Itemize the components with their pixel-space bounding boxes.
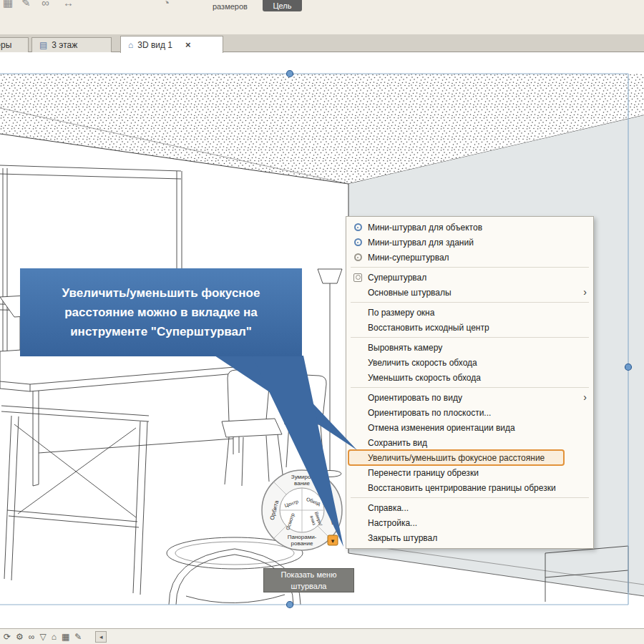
- grid-icon[interactable]: ▦: [3, 0, 13, 9]
- tab-floor-3[interactable]: ▤ 3 этаж: [31, 37, 112, 52]
- menu-item-move-crop-boundary[interactable]: Перенести границу обрезки: [346, 465, 593, 480]
- refresh-icon[interactable]: ◔: [163, 0, 170, 9]
- mini-super-wheel-icon: [351, 253, 365, 261]
- wheel-pan-label[interactable]: Панорами-: [288, 534, 317, 540]
- menu-item-orient-to-plane[interactable]: Ориентировать по плоскости...: [346, 405, 593, 420]
- menu-item-label: Отмена изменения ориентации вида: [368, 423, 515, 433]
- menu-item-options[interactable]: Настройка...: [346, 515, 593, 530]
- menu-item-undo-orientation-change[interactable]: Отмена изменения ориентации вида: [346, 420, 593, 435]
- settings-icon[interactable]: ⚙: [16, 633, 24, 641]
- wheel-zoom-label[interactable]: Зумиро-: [291, 474, 313, 480]
- menu-item-recenter-crop-boundary[interactable]: Восстановить центрирование границы обрез…: [346, 480, 593, 495]
- menu-item-label: Мини-штурвал для объектов: [368, 223, 482, 233]
- super-wheel-icon: [351, 273, 365, 282]
- home-icon[interactable]: ⌂: [52, 633, 57, 641]
- dimension-icon[interactable]: ↔: [63, 0, 74, 9]
- annotation-callout: Увеличить/уменьшить фокусное расстояние …: [20, 268, 302, 356]
- menu-item-toggle-focal-length[interactable]: Увеличить/уменьшить фокусное расстояние: [346, 450, 593, 465]
- glasses-icon[interactable]: ∞: [29, 633, 35, 641]
- menu-item-label: Мини-штурвал для зданий: [368, 238, 474, 248]
- menu-item-mini-super-wheel[interactable]: Мини-суперштурвал: [346, 250, 593, 265]
- crop-handle-top: [287, 71, 293, 77]
- callout-line2: расстояние можно в вкладке на: [20, 303, 302, 322]
- tab-label: 3D вид 1: [137, 40, 172, 50]
- menu-item-label: Ориентировать по плоскости...: [368, 408, 491, 418]
- navigation-wheel[interactable]: Зумиро- вание Панорами- рование Орбита П…: [255, 464, 350, 561]
- scroll-left-button[interactable]: ◂: [95, 631, 107, 643]
- menu-item-label: По размеру окна: [368, 308, 434, 318]
- menu-item-label: Увеличить/уменьшить фокусное расстояние: [368, 453, 545, 463]
- sync-icon[interactable]: ⟳: [4, 633, 11, 641]
- callout-line1: Увеличить/уменьшить фокусное: [20, 283, 302, 303]
- menu-item-label: Ориентировать по виду: [368, 393, 462, 403]
- crop-handle-right: [625, 364, 632, 371]
- menu-item-label: Восстановить центрирование границы обрез…: [368, 483, 556, 493]
- menu-item-restore-center[interactable]: Восстановить исходный центр: [346, 320, 593, 335]
- tab-3d-view-1[interactable]: ⌂ 3D вид 1 ×: [120, 36, 223, 53]
- menu-item-label: Настройка...: [368, 518, 417, 528]
- menu-item-label: Сохранить вид: [368, 438, 427, 448]
- menu-item-label: Восстановить исходный центр: [368, 323, 489, 333]
- menu-item-label: Перенести границу обрезки: [368, 468, 479, 478]
- chevron-down-icon: ▾: [331, 537, 335, 545]
- svg-text:рование[interactable]: рование: [291, 540, 313, 547]
- menu-separator: [351, 387, 589, 388]
- tab-label: 3 этаж: [52, 40, 77, 50]
- menu-item-label: Закрыть штурвал: [368, 533, 437, 543]
- edit-icon[interactable]: ✎: [21, 0, 31, 9]
- 3d-view-icon: ⌂: [128, 40, 133, 50]
- sheet-icon: ▤: [39, 40, 47, 50]
- menu-item-super-wheel[interactable]: Суперштурвал: [346, 270, 593, 285]
- menu-item-label: Уменьшить скорость обхода: [368, 373, 481, 383]
- menu-item-label: Мини-суперштурвал: [368, 253, 449, 263]
- menu-item-decrease-walk-speed[interactable]: Уменьшить скорость обхода: [346, 370, 593, 385]
- target-button[interactable]: Цель: [263, 0, 302, 11]
- menu-separator: [351, 302, 589, 303]
- menu-separator: [351, 267, 589, 268]
- mini-wheel-buildings-icon: [351, 238, 365, 246]
- menu-item-mini-wheel-objects[interactable]: Мини-штурвал для объектов: [346, 220, 593, 235]
- menu-item-increase-walk-speed[interactable]: Увеличить скорость обхода: [346, 355, 593, 370]
- wheel-tooltip-line2: штурвала: [264, 580, 353, 592]
- grid-icon[interactable]: ▦: [62, 633, 69, 641]
- application-window: ▦ ✎ ∞ ↔ ◔ размеров Цель ▤ еры ▤ 3 этаж ⌂…: [0, 0, 644, 644]
- ribbon: ▦ ✎ ∞ ↔ ◔ размеров Цель: [0, 0, 644, 34]
- filter-icon[interactable]: ▽: [39, 633, 46, 641]
- menu-item-orient-to-view[interactable]: Ориентировать по виду ›: [346, 390, 593, 405]
- menu-item-label: Выровнять камеру: [368, 343, 442, 353]
- menu-item-basic-wheels[interactable]: Основные штурвалы ›: [346, 285, 593, 300]
- tab-label: еры: [0, 40, 11, 50]
- menu-separator: [351, 337, 589, 338]
- wheel-context-menu: Мини-штурвал для объектов Мини-штурвал д…: [346, 216, 594, 549]
- menu-item-label: Справка...: [368, 503, 409, 513]
- status-bar: ⟳ ⚙ ∞ ▽ ⌂ ▦ ✎ ◂: [0, 628, 644, 644]
- menu-item-save-view[interactable]: Сохранить вид: [346, 435, 593, 450]
- wheel-tooltip-line1: Показать меню: [264, 569, 353, 580]
- drawing-canvas[interactable]: Зумиро- вание Панорами- рование Орбита П…: [0, 52, 644, 628]
- menu-item-mini-wheel-buildings[interactable]: Мини-штурвал для зданий: [346, 235, 593, 250]
- edit-icon[interactable]: ✎: [74, 633, 82, 641]
- menu-item-level-camera[interactable]: Выровнять камеру: [346, 340, 593, 355]
- menu-item-label: Основные штурвалы: [368, 288, 452, 298]
- menu-item-help[interactable]: Справка...: [346, 500, 593, 515]
- close-icon[interactable]: ×: [185, 39, 191, 50]
- wheel-menu-button[interactable]: ▾: [328, 535, 338, 545]
- menu-separator: [351, 497, 589, 498]
- xray-glasses-icon[interactable]: ∞: [42, 0, 49, 9]
- menu-item-label: Суперштурвал: [368, 273, 426, 283]
- view-tab-bar: ▤ еры ▤ 3 этаж ⌂ 3D вид 1 ×: [0, 34, 644, 52]
- tab-partial[interactable]: ▤ еры: [0, 37, 29, 52]
- wheel-tooltip: Показать меню штурвала: [263, 568, 354, 592]
- crop-handle-bottom: [287, 602, 293, 608]
- svg-text:вание[interactable]: вание: [294, 480, 310, 487]
- callout-line3: инструменте "Суперштурвал": [20, 322, 302, 341]
- ribbon-group-label: размеров: [213, 2, 248, 11]
- menu-item-label: Увеличить скорость обхода: [368, 358, 477, 368]
- submenu-arrow-icon: ›: [583, 391, 587, 403]
- mini-wheel-objects-icon: [351, 223, 365, 231]
- menu-item-close-wheel[interactable]: Закрыть штурвал: [346, 530, 593, 545]
- menu-item-fit-to-window[interactable]: По размеру окна: [346, 305, 593, 320]
- submenu-arrow-icon: ›: [583, 286, 587, 298]
